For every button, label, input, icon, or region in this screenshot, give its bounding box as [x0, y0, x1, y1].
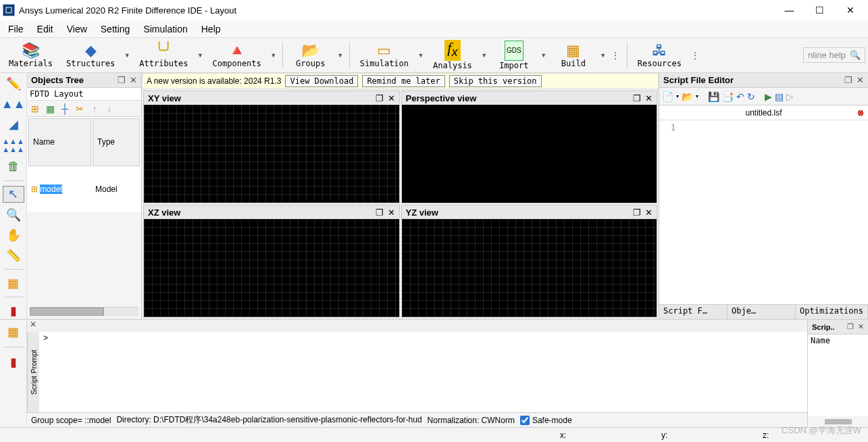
components-dropdown[interactable]: ▼	[269, 39, 278, 72]
panel-float-icon[interactable]: ❐	[844, 75, 852, 85]
groups-button[interactable]: 📂Groups	[287, 39, 334, 72]
view-float-icon[interactable]: ❐	[633, 207, 641, 218]
panel-float-icon[interactable]: ❐	[847, 322, 854, 331]
new-file-icon[interactable]: 📄	[662, 91, 673, 102]
bottom-left-toolbar: ▦ ▮	[0, 320, 27, 427]
tree-axes-icon[interactable]: ┼	[58, 103, 72, 114]
view-float-icon[interactable]: ❐	[633, 93, 641, 103]
menu-view[interactable]: View	[60, 22, 94, 36]
tab-optimizations[interactable]: Optimizations …	[796, 305, 868, 319]
analysis-dropdown[interactable]: ▼	[480, 39, 489, 72]
side-scrollbar[interactable]	[825, 419, 852, 424]
panel-close-icon[interactable]: ✕	[858, 322, 864, 331]
tree-expand-icon[interactable]: ⊞	[28, 103, 42, 114]
menu-edit[interactable]: Edit	[30, 22, 60, 36]
panel-float-icon[interactable]: ❐	[118, 75, 126, 85]
tree-up-icon[interactable]: ↑	[88, 103, 101, 114]
menubar: File Edit View Setting Simulation Help	[0, 20, 868, 38]
panel-close-icon[interactable]: ✕	[130, 75, 137, 85]
undo-icon[interactable]: ↶	[736, 91, 744, 102]
xy-view[interactable]: XY view❐✕	[143, 91, 400, 203]
run-icon[interactable]: ▶	[765, 91, 772, 102]
open-file-icon[interactable]: 📂	[682, 91, 693, 102]
zoom-tool[interactable]: 🔍	[3, 207, 24, 223]
tree-cut-icon[interactable]: ✂	[73, 103, 86, 114]
analysis-button[interactable]: fxAnalysis	[427, 39, 478, 72]
perspective-view[interactable]: Perspective view❐✕	[401, 91, 658, 203]
tab-script-file[interactable]: Script F…	[659, 305, 727, 319]
xz-view[interactable]: XZ view❐✕	[143, 205, 400, 318]
col-type[interactable]: Type	[93, 118, 140, 166]
console-close-icon[interactable]: ✕	[30, 320, 36, 332]
close-button[interactable]: ✕	[835, 1, 865, 20]
import-dropdown[interactable]: ▼	[539, 39, 548, 72]
close-file-icon[interactable]: ⊗	[857, 108, 864, 118]
view-close-icon[interactable]: ✕	[645, 207, 653, 218]
import-button[interactable]: GDSImport	[490, 39, 538, 72]
menu-file[interactable]: File	[1, 22, 30, 36]
search-icon: 🔍	[850, 50, 861, 60]
console-input[interactable]: >	[39, 332, 807, 412]
build-button[interactable]: ▦Build	[550, 39, 597, 72]
simulation-button[interactable]: ▭Simulation	[354, 39, 415, 72]
structures-dropdown[interactable]: ▼	[122, 39, 132, 72]
objects-table: NameType ⊞ modelModel	[27, 117, 141, 212]
maximize-button[interactable]: ☐	[805, 1, 835, 20]
menu-simulation[interactable]: Simulation	[136, 22, 194, 36]
yz-view[interactable]: YZ view❐✕	[401, 205, 658, 318]
view-close-icon[interactable]: ✕	[388, 207, 395, 218]
toolbar-overflow-2[interactable]: ⋮	[689, 50, 703, 61]
titlebar: Ansys Lumerical 2020 R2 Finite Differenc…	[0, 0, 868, 20]
ruler-tool[interactable]: 📏	[3, 247, 24, 264]
materials-button[interactable]: 📚Materials	[3, 39, 59, 72]
slab-tool-2[interactable]: ▮	[3, 353, 24, 372]
tree-grid-icon[interactable]: ▦	[43, 103, 57, 114]
resources-button[interactable]: 🖧Resources	[632, 39, 688, 72]
menu-help[interactable]: Help	[195, 22, 228, 36]
panel-close-icon[interactable]: ✕	[857, 75, 864, 85]
attributes-dropdown[interactable]: ▼	[196, 39, 205, 72]
redo-icon[interactable]: ↻	[747, 91, 755, 102]
menu-setting[interactable]: Setting	[94, 22, 137, 36]
step-icon[interactable]: ▷	[786, 91, 794, 102]
view-float-icon[interactable]: ❐	[376, 207, 384, 218]
col-name[interactable]: Name	[28, 118, 91, 166]
table-row[interactable]: ⊞ modelModel	[28, 168, 140, 211]
delete-tool[interactable]: 🗑	[3, 158, 24, 174]
groups-dropdown[interactable]: ▼	[336, 39, 345, 72]
safe-mode-checkbox[interactable]	[520, 416, 530, 425]
slab-tool[interactable]: ▮	[3, 303, 24, 319]
layout-icon[interactable]: ▤	[775, 91, 784, 102]
toolbar-overflow[interactable]: ⋮	[609, 50, 623, 61]
grid-tool[interactable]: ▦	[3, 275, 24, 291]
array-tool[interactable]: ▲▲▲▲▲▲	[3, 137, 24, 154]
save-icon[interactable]: 💾	[708, 91, 719, 102]
script-filename-tab[interactable]: untitled.lsf ⊗	[659, 105, 868, 120]
pan-tool[interactable]: ✋	[3, 227, 24, 243]
simulation-dropdown[interactable]: ▼	[416, 39, 426, 72]
minimize-button[interactable]: —	[774, 1, 805, 20]
view-close-icon[interactable]: ✕	[388, 93, 395, 103]
tab-objects[interactable]: Obje…	[727, 305, 796, 319]
save-all-icon[interactable]: 📑	[722, 91, 734, 102]
grid-tool-2[interactable]: ▦	[3, 322, 24, 341]
components-button[interactable]: 🔺Components	[207, 39, 267, 72]
script-textarea[interactable]: 1	[659, 120, 868, 304]
tree-down-icon[interactable]: ↓	[103, 103, 116, 114]
tree-subtitle: FDTD Layout	[27, 88, 141, 101]
build-dropdown[interactable]: ▼	[598, 39, 608, 72]
draw-tool[interactable]: ✏️	[3, 76, 24, 92]
view-download-button[interactable]: View Download	[285, 75, 358, 87]
skip-version-button[interactable]: Skip this version	[449, 75, 542, 87]
material-tool[interactable]: ◢	[3, 116, 24, 132]
triangles-tool[interactable]: ▲▲	[3, 96, 24, 112]
structures-button[interactable]: ◆Structures	[60, 39, 121, 72]
select-tool[interactable]: ↖	[3, 186, 24, 202]
help-search[interactable]: nline help🔍	[803, 47, 865, 63]
attributes-button[interactable]: ╰╯Attributes	[133, 39, 194, 72]
remind-later-button[interactable]: Remind me later	[362, 75, 444, 87]
tree-scrollbar[interactable]	[30, 307, 138, 316]
view-float-icon[interactable]: ❐	[376, 93, 384, 103]
simulation-icon: ▭	[377, 43, 391, 59]
view-close-icon[interactable]: ✕	[645, 93, 653, 103]
